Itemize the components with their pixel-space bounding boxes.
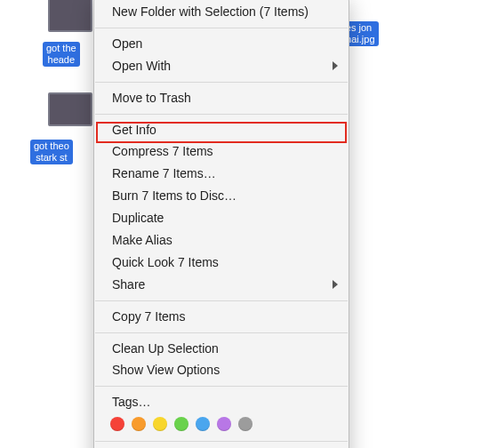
menu-get-info[interactable]: Get Info: [94, 119, 349, 141]
menu-separator: [95, 114, 348, 115]
menu-copy[interactable]: Copy 7 Items: [94, 306, 349, 328]
menu-duplicate[interactable]: Duplicate: [94, 207, 349, 229]
menu-item-label: Tags…: [112, 395, 151, 409]
menu-new-folder-selection[interactable]: New Folder with Selection (7 Items): [94, 1, 349, 23]
menu-share[interactable]: Share: [94, 274, 349, 296]
menu-compress[interactable]: Compress 7 Items: [94, 140, 349, 163]
menu-item-label: Show View Options: [112, 363, 220, 377]
file-label[interactable]: got theo stark st: [30, 140, 73, 164]
tag-dot-purple[interactable]: [217, 417, 231, 431]
tags-color-row: [94, 413, 349, 436]
menu-separator: [95, 82, 348, 83]
menu-item-label: Get Info: [112, 123, 156, 137]
menu-separator: [95, 441, 348, 442]
menu-burn[interactable]: Burn 7 Items to Disc…: [94, 185, 349, 207]
menu-separator: [95, 300, 348, 301]
menu-item-label: Open: [112, 36, 142, 51]
file-thumbnail[interactable]: [48, 0, 92, 36]
menu-item-label: Copy 7 Items: [112, 309, 185, 324]
menu-item-label: Move to Trash: [112, 91, 191, 105]
menu-make-alias[interactable]: Make Alias: [94, 229, 349, 252]
file-thumb-image: [48, 92, 92, 126]
menu-open[interactable]: Open: [94, 33, 349, 55]
menu-quick-look[interactable]: Quick Look 7 Items: [94, 252, 349, 274]
file-label-text: got the heade: [43, 42, 80, 67]
menu-item-label: New Folder with Selection (7 Items): [112, 4, 309, 19]
menu-tags[interactable]: Tags…: [94, 391, 349, 413]
file-label-text: got theo stark st: [30, 140, 73, 164]
menu-item-label: Quick Look 7 Items: [112, 255, 219, 269]
menu-item-label: Open With: [112, 59, 171, 73]
tag-dot-red[interactable]: [110, 417, 124, 431]
file-thumb-image: [48, 0, 92, 32]
file-label[interactable]: got the heade: [43, 42, 80, 67]
tag-dot-blue[interactable]: [196, 417, 210, 431]
tag-dot-green[interactable]: [174, 417, 188, 431]
menu-separator: [95, 386, 348, 387]
menu-item-label: Duplicate: [112, 211, 164, 225]
menu-show-view-options[interactable]: Show View Options: [94, 359, 349, 381]
file-thumbnail[interactable]: [48, 92, 92, 130]
menu-clean-up-selection[interactable]: Clean Up Selection: [94, 338, 349, 360]
tag-dot-gray[interactable]: [238, 417, 253, 431]
menu-item-label: Compress 7 Items: [112, 144, 213, 158]
menu-item-label: Make Alias: [112, 233, 172, 247]
menu-item-label: Burn 7 Items to Disc…: [112, 188, 236, 203]
menu-item-label: Rename 7 Items…: [112, 166, 216, 180]
menu-rename[interactable]: Rename 7 Items…: [94, 163, 349, 185]
context-menu: New Folder with Selection (7 Items) Open…: [93, 0, 349, 448]
menu-separator: [95, 332, 348, 333]
menu-item-label: Share: [112, 277, 145, 292]
menu-separator: [95, 28, 348, 28]
tag-dot-yellow[interactable]: [153, 417, 167, 431]
menu-move-to-trash[interactable]: Move to Trash: [94, 87, 349, 109]
menu-item-label: Clean Up Selection: [112, 341, 219, 356]
menu-open-with[interactable]: Open With: [94, 55, 349, 77]
tag-dot-orange[interactable]: [132, 417, 146, 431]
